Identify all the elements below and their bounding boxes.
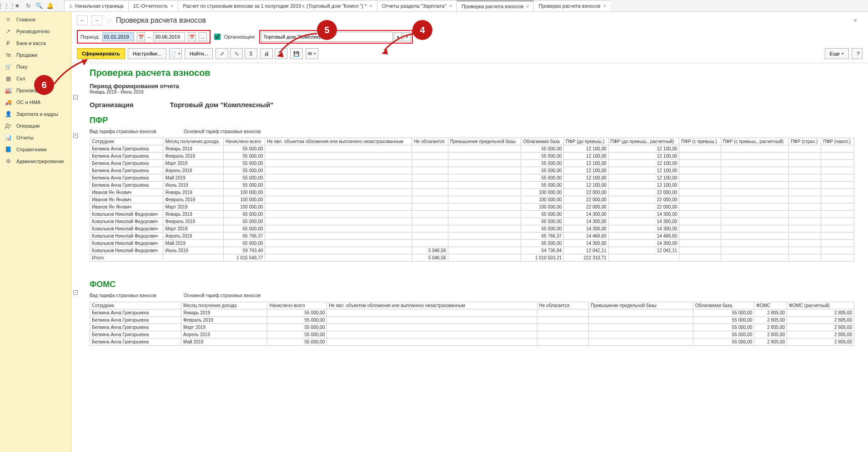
history-icon[interactable]: ↻ — [24, 1, 33, 10]
sidebar-item[interactable]: 🚚ОС и НМА — [0, 96, 71, 108]
search-icon[interactable]: 🔍 — [35, 1, 44, 10]
table-cell — [788, 160, 821, 167]
help-button[interactable]: ? — [852, 48, 863, 59]
calendar-from-icon[interactable]: 📅 — [137, 32, 145, 41]
sidebar-item[interactable]: ₽Банк и касса — [0, 37, 71, 49]
sidebar-item[interactable]: 📊Отчеты — [0, 132, 71, 144]
table-row: Ковальков Николай ФедоровичФевраль 20196… — [90, 218, 854, 225]
table-cell — [788, 153, 821, 160]
table-cell — [788, 182, 821, 189]
date-from-input[interactable] — [102, 32, 134, 41]
table-cell: Апрель 2019 — [163, 167, 223, 174]
period-label: Период: — [80, 34, 100, 40]
table-cell: Ковальков Николай Федорович — [90, 233, 163, 240]
table-cell: 14 300,00 — [608, 225, 679, 233]
table-cell — [265, 182, 412, 189]
table-cell: 55 000,00 — [521, 160, 564, 167]
tab-close-icon[interactable]: × — [526, 4, 529, 9]
collapse-handle-icon[interactable]: − — [73, 290, 78, 295]
sidebar-item[interactable]: ⚙Администрирование — [0, 155, 71, 167]
table-cell: Март 2019 — [163, 225, 223, 233]
report-org-heading: Организация — [90, 101, 134, 109]
table-cell — [265, 254, 412, 262]
sidebar-item[interactable]: ≡Главное — [0, 14, 71, 25]
table-cell: 65 000,00 — [223, 211, 265, 218]
find-button[interactable]: Найти... — [185, 48, 213, 59]
nav-forward-button[interactable]: → — [91, 15, 102, 25]
settings-button[interactable]: Настройки... — [128, 48, 166, 59]
tab-close-icon[interactable]: × — [603, 3, 606, 9]
table-cell: Январь 2019 — [163, 189, 223, 196]
table-cell — [721, 145, 788, 153]
annotation-arrow-6 — [52, 59, 89, 87]
table-cell: 55 000,00 — [693, 338, 754, 346]
table-cell — [721, 240, 788, 247]
tab[interactable]: Отчеты раздела "Зарплата"× — [377, 0, 457, 11]
star-icon[interactable]: ★ — [13, 1, 22, 10]
table-cell — [788, 174, 821, 182]
sidebar-icon: Дт — [5, 123, 12, 129]
expand-groups-button[interactable]: ⤢ — [216, 48, 228, 59]
report-title: Проверка расчета взносов — [90, 68, 854, 78]
collapse-groups-button[interactable]: ⤡ — [230, 48, 243, 59]
table-cell: 22 000,00 — [608, 196, 679, 204]
tab-close-icon[interactable]: × — [171, 3, 173, 9]
nav-back-button[interactable]: ← — [77, 15, 88, 25]
table-header: Облагаемая база — [521, 138, 564, 145]
section-pfr-title: ПФР — [90, 116, 854, 125]
table-cell — [537, 331, 589, 338]
collapse-handle-icon[interactable]: − — [73, 134, 78, 138]
table-cell: 55 000,00 — [693, 324, 754, 331]
table-cell — [788, 254, 821, 262]
table-cell: Январь 2019 — [163, 211, 223, 218]
report-scroll-area[interactable]: − − − Проверка расчета взносов Период фо… — [71, 63, 868, 452]
table-cell: 12 100,00 — [608, 160, 679, 167]
print-dropdown-button[interactable]: 📄 — [169, 48, 182, 59]
calendar-to-icon[interactable]: 📅 — [188, 32, 196, 41]
bell-icon[interactable]: 🔔 — [45, 1, 55, 10]
tab-close-icon[interactable]: × — [449, 3, 452, 9]
table-cell: Июнь 2019 — [163, 182, 223, 189]
table-cell — [265, 211, 412, 218]
table-cell — [721, 233, 788, 240]
table-cell — [448, 254, 521, 262]
favorite-star-icon[interactable]: ☆ — [106, 16, 112, 25]
tab[interactable]: Проверка расчета взносов× — [457, 0, 534, 11]
tab[interactable]: Расчет по страховым взносам за 1 полугод… — [178, 0, 377, 11]
table-row: Белкина Анна ГригорьевнаМай 201955 000,0… — [90, 338, 854, 346]
page-close-icon[interactable]: × — [853, 17, 857, 24]
table-cell — [327, 309, 537, 317]
table-header: Превышение предельной базы — [589, 302, 693, 309]
tab-close-icon[interactable]: × — [369, 3, 372, 9]
sidebar-item[interactable]: 📘Справочники — [0, 144, 71, 155]
table-row: Белкина Анна ГригорьевнаАпрель 201955 00… — [90, 167, 854, 174]
table-cell: Февраль 2019 — [163, 196, 223, 204]
period-picker-button[interactable]: ... — [199, 32, 207, 41]
sidebar-item[interactable]: ↗Руководителю — [0, 25, 71, 37]
org-checkbox[interactable] — [214, 34, 221, 40]
more-button[interactable]: Еще — [825, 48, 849, 59]
sidebar-item[interactable]: ДтОперации — [0, 120, 71, 132]
date-to-input[interactable] — [153, 32, 185, 41]
sum-button[interactable]: Σ — [245, 48, 257, 59]
table-cell — [589, 309, 693, 317]
table-cell: 2 805,00 — [754, 331, 787, 338]
tab[interactable]: Проверка расчета взносов× — [533, 0, 611, 11]
apps-icon[interactable]: ⋮⋮⋮ — [2, 1, 11, 10]
tab[interactable]: 1С-Отчетность× — [128, 0, 179, 11]
content-area: ← → ☆ Проверка расчета взносов × Период:… — [71, 12, 868, 452]
table-cell — [788, 218, 821, 225]
generate-button[interactable]: Сформировать — [77, 48, 125, 59]
tab[interactable]: ⌂Начальная страница — [64, 0, 129, 11]
sidebar-item[interactable]: 👤Зарплата и кадры — [0, 108, 71, 120]
collapse-handle-icon[interactable]: − — [73, 95, 78, 99]
table-cell: Январь 2019 — [163, 145, 223, 153]
table-cell: 2 805,00 — [787, 309, 854, 317]
table-cell: Март 2019 — [181, 324, 267, 331]
table-cell — [265, 167, 412, 174]
table-cell: Итого — [90, 254, 163, 262]
sidebar-label: Банк и касса — [16, 40, 46, 46]
printer-button[interactable]: 🖨 — [260, 48, 273, 59]
table-cell: Белкина Анна Григорьевна — [90, 331, 181, 338]
table-cell: Белкина Анна Григорьевна — [90, 174, 163, 182]
